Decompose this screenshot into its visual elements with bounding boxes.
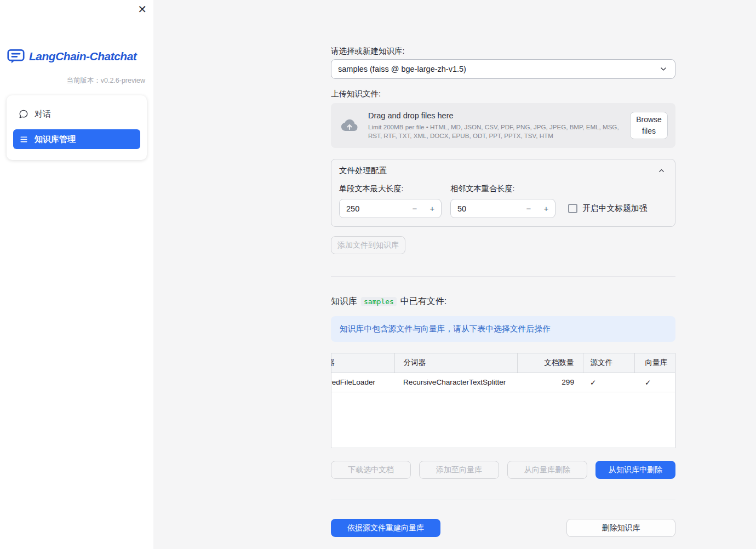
checkbox-label: 开启中文标题加强 (582, 203, 647, 214)
expander-body: 单段文本最大长度: 250 − + 相邻文本重合长度: 50 − + (331, 176, 675, 226)
cell-loader[interactable]: UnstructuredFileLoader (331, 373, 394, 392)
upload-label: 上传知识文件: (331, 89, 675, 99)
decrement-button[interactable]: − (520, 204, 537, 213)
kb-select[interactable]: samples (faiss @ bge-large-zh-v1.5) (331, 59, 675, 79)
add-files-to-kb-button[interactable]: 添加文件到知识库 (331, 236, 405, 254)
cell-splitter[interactable]: RecursiveCharacterTextSplitter (394, 373, 517, 392)
sidebar: ✕ LangChain-Chatchat 当前版本：v0.2.6-preview (0, 0, 153, 549)
kb-bottom-actions: 依据源文件重建向量库 删除知识库 (331, 519, 675, 537)
table-actions: 下载选中文档 添加至向量库 从向量库删除 从知识库中删除 (331, 461, 675, 479)
uploader-limit-text: Limit 200MB per file • HTML, MD, JSON, C… (368, 123, 630, 140)
cell-doc-count[interactable]: 299 (517, 373, 583, 392)
browse-files-button[interactable]: Browse files (630, 112, 668, 139)
cell-vector-store-check[interactable]: ✓ (634, 373, 675, 392)
cell-source-file-check[interactable]: ✓ (583, 373, 634, 392)
chunk-size-field: 单段文本最大长度: 250 − + (339, 184, 442, 218)
table-header-row: 文档加载器 分词器 文档数量 源文件 向量库 (331, 353, 675, 373)
chevron-up-icon (656, 166, 666, 176)
expander-header[interactable]: 文件处理配置 (331, 159, 675, 176)
main-area: 请选择或新建知识库: samples (faiss @ bge-large-zh… (153, 0, 756, 549)
sidebar-menu: 对话 知识库管理 (7, 95, 147, 160)
col-header-loader[interactable]: 文档加载器 (331, 353, 394, 373)
table-row[interactable]: UnstructuredFileLoader RecursiveCharacte… (331, 373, 675, 392)
expander-title: 文件处理配置 (339, 165, 387, 176)
chunk-size-input[interactable]: 250 − + (339, 199, 442, 218)
overlap-size-input[interactable]: 50 − + (450, 199, 555, 218)
upload-cloud-icon (340, 117, 359, 134)
increment-button[interactable]: + (423, 204, 441, 213)
add-to-vector-store-button[interactable]: 添加至向量库 (419, 461, 499, 479)
col-header-splitter[interactable]: 分词器 (394, 353, 517, 373)
increment-button[interactable]: + (537, 204, 555, 213)
col-header-source-file[interactable]: 源文件 (583, 353, 634, 373)
divider (331, 276, 675, 277)
logo: LangChain-Chatchat (7, 49, 153, 64)
sidebar-close-icon[interactable]: ✕ (138, 2, 147, 16)
col-header-vector-store[interactable]: 向量库 (634, 353, 675, 373)
zh-title-enhance-checkbox[interactable]: 开启中文标题加强 (568, 203, 647, 214)
sidebar-item-label: 对话 (35, 109, 51, 119)
chat-bubble-icon (19, 109, 28, 119)
content-column: 请选择或新建知识库: samples (faiss @ bge-large-zh… (331, 0, 675, 537)
delete-from-vector-store-button[interactable]: 从向量库删除 (507, 461, 587, 479)
uploader-title: Drag and drop files here (368, 111, 630, 120)
delete-kb-button[interactable]: 删除知识库 (566, 519, 675, 537)
kb-select-value: samples (faiss @ bge-large-zh-v1.5) (338, 65, 658, 73)
delete-from-kb-button[interactable]: 从知识库中删除 (595, 461, 675, 479)
download-selected-button[interactable]: 下载选中文档 (331, 461, 411, 479)
overlap-size-field: 相邻文本重合长度: 50 − + (450, 184, 555, 218)
kb-files-suffix: 中已有文件: (400, 296, 446, 307)
sidebar-item-label: 知识库管理 (35, 134, 76, 145)
files-table[interactable]: 文档加载器 分词器 文档数量 源文件 向量库 UnstructuredFileL… (331, 353, 675, 448)
kb-files-heading: 知识库 samples 中已有文件: (331, 296, 675, 307)
overlap-size-value: 50 (451, 204, 520, 213)
checkbox-box[interactable] (568, 204, 577, 213)
decrement-button[interactable]: − (406, 204, 423, 213)
overlap-size-label: 相邻文本重合长度: (450, 184, 555, 194)
divider (331, 500, 675, 500)
list-icon (19, 134, 28, 144)
uploader-text: Drag and drop files here Limit 200MB per… (368, 111, 630, 140)
col-header-doc-count[interactable]: 文档数量 (517, 353, 583, 373)
app: ✕ LangChain-Chatchat 当前版本：v0.2.6-preview (0, 0, 756, 549)
kb-name-code: samples (361, 297, 397, 306)
kb-files-prefix: 知识库 (331, 296, 357, 307)
chunk-size-label: 单段文本最大长度: (339, 184, 442, 194)
sidebar-item-knowledge-base[interactable]: 知识库管理 (13, 129, 140, 149)
file-config-expander: 文件处理配置 单段文本最大长度: 250 − + (331, 159, 675, 227)
sidebar-item-dialogue[interactable]: 对话 (13, 104, 140, 124)
version-label: 当前版本：v0.2.6-preview (0, 76, 153, 85)
kb-select-label: 请选择或新建知识库: (331, 46, 675, 56)
logo-text: LangChain-Chatchat (29, 50, 136, 63)
logo-chat-icon (7, 49, 25, 64)
info-banner: 知识库中包含源文件与向量库，请从下表中选择文件后操作 (331, 316, 675, 342)
chunk-size-value: 250 (340, 204, 406, 213)
chevron-down-icon (658, 64, 668, 74)
file-uploader-dropzone[interactable]: Drag and drop files here Limit 200MB per… (331, 103, 675, 148)
rebuild-vector-store-button[interactable]: 依据源文件重建向量库 (331, 519, 440, 537)
